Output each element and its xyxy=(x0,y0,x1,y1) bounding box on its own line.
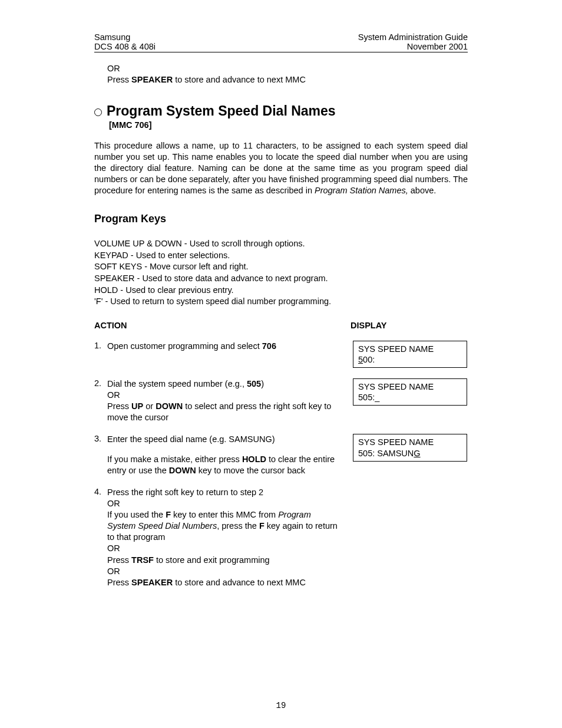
step-4-line1: Press the right soft key to return to st… xyxy=(107,487,339,498)
step-2-or-word: or xyxy=(143,401,156,411)
step-2-press: Press xyxy=(107,401,131,411)
key-hold: HOLD - Used to clear previous entry. xyxy=(94,285,468,297)
page-number: 19 xyxy=(0,701,562,710)
step-3-down: DOWN xyxy=(169,466,196,475)
step-4-f2: F xyxy=(259,521,265,531)
program-keys-list: VOLUME UP & DOWN - Used to scroll throug… xyxy=(94,238,468,307)
step-4-l7c: to store and advance to next MMC xyxy=(173,578,306,587)
intro-paragraph: This procedure allows a name, up to 11 c… xyxy=(94,140,468,197)
header-model: DCS 408 & 408i xyxy=(94,42,156,51)
step-1-num: 1. xyxy=(94,341,107,350)
lcd-display-3: SYS SPEED NAME 505: SAMSUNG xyxy=(353,434,467,461)
step-4: 4. Press the right soft key to return to… xyxy=(94,487,468,588)
program-keys-heading: Program Keys xyxy=(94,213,468,225)
lcd-display-1: SYS SPEED NAME 500: xyxy=(353,341,467,368)
key-volume: VOLUME UP & DOWN - Used to scroll throug… xyxy=(94,238,468,250)
step-4-l3c: key to enter this MMC from xyxy=(171,510,278,519)
step-4-or2: OR xyxy=(107,543,339,554)
step-1: 1. Open customer programming and select … xyxy=(94,341,468,368)
key-softkeys: SOFT KEYS - Move cursor left and right. xyxy=(94,261,468,273)
step-4-trsf: TRSF xyxy=(131,555,154,565)
residual-speaker: SPEAKER xyxy=(131,75,173,84)
step-2: 2. Dial the system speed number (e.g., 5… xyxy=(94,378,468,424)
prev-section-tail: OR Press SPEAKER to store and advance to… xyxy=(94,63,468,85)
page-header: Samsung DCS 408 & 408i System Administra… xyxy=(94,32,468,52)
step-1-text: Open customer programming and select xyxy=(107,341,262,351)
lcd1-line2a: 5 xyxy=(358,355,363,364)
lcd-display-2: SYS SPEED NAME 505:_ xyxy=(353,378,467,406)
step-4-or1: OR xyxy=(107,498,339,509)
step-4-num: 4. xyxy=(94,487,107,496)
circle-bullet-icon xyxy=(94,108,102,116)
lcd3-line1: SYS SPEED NAME xyxy=(358,437,462,447)
step-2-text-a: Dial the system speed number (e.g., xyxy=(107,379,247,388)
col-action-header: ACTION xyxy=(94,321,351,330)
lcd3-line2b: G xyxy=(414,449,420,458)
step-1-code: 706 xyxy=(262,341,276,351)
step-4-f1: F xyxy=(166,510,171,519)
step-4-or3: OR xyxy=(107,566,339,577)
step-2-up: UP xyxy=(131,401,143,411)
key-f: 'F' - Used to return to system speed dia… xyxy=(94,296,468,308)
lcd2-line2: 505:_ xyxy=(358,392,462,403)
section-heading: Program System Speed Dial Names xyxy=(107,103,336,119)
step-4-l5a: Press xyxy=(107,555,131,565)
step-4-speaker: SPEAKER xyxy=(131,578,173,587)
intro-text-b: above. xyxy=(408,186,437,195)
key-speaker: SPEAKER - Used to store data and advance… xyxy=(94,273,468,285)
residual-rest: to store and advance to next MMC xyxy=(173,75,306,84)
residual-or: OR xyxy=(107,63,468,74)
key-keypad: KEYPAD - Used to enter selections. xyxy=(94,250,468,262)
step-3-text-a: Enter the speed dial name (e.g. SAMSUNG) xyxy=(107,434,339,445)
step-3-text-b1: If you make a mistake, either press xyxy=(107,454,242,464)
header-doc-title: System Administration Guide xyxy=(358,32,468,42)
lcd2-line1: SYS SPEED NAME xyxy=(358,381,462,392)
step-2-or: OR xyxy=(107,390,339,401)
step-2-text-c: ) xyxy=(261,379,264,388)
step-2-num: 2. xyxy=(94,378,107,388)
step-2-num505: 505 xyxy=(247,379,261,388)
step-3: 3. Enter the speed dial name (e.g. SAMSU… xyxy=(94,434,468,476)
step-4-l7a: Press xyxy=(107,578,131,587)
table-header: ACTION DISPLAY xyxy=(94,321,468,330)
header-brand: Samsung xyxy=(94,32,156,42)
lcd1-line1: SYS SPEED NAME xyxy=(358,344,462,354)
step-4-l3d: , press the xyxy=(217,521,259,531)
intro-text-italic: Program Station Names, xyxy=(315,186,408,195)
col-display-header: DISPLAY xyxy=(351,321,468,330)
header-date: November 2001 xyxy=(407,42,468,51)
step-3-num: 3. xyxy=(94,434,107,443)
step-3-hold: HOLD xyxy=(242,454,266,464)
step-4-l3a: If you used the xyxy=(107,510,166,519)
lcd3-line2a: 505: SAMSUN xyxy=(358,449,414,458)
step-2-down: DOWN xyxy=(156,401,183,411)
residual-press: Press xyxy=(107,75,131,84)
lcd1-line2b: 00: xyxy=(363,355,375,364)
step-3-text-b3: key to move the cursor back xyxy=(196,466,305,475)
step-4-l5c: to store and exit programming xyxy=(154,555,270,565)
mmc-code: [MMC 706] xyxy=(94,120,468,130)
